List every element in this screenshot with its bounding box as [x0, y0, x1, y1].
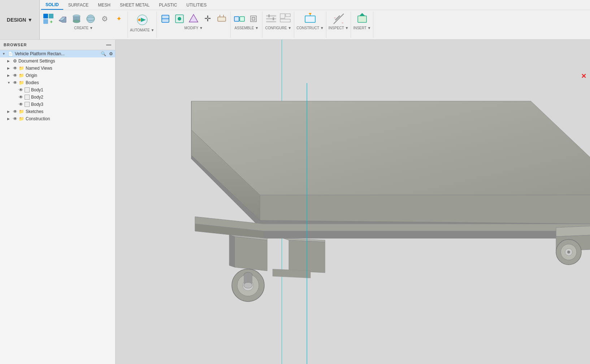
browser-item-body2[interactable]: 👁 Body2 — [0, 94, 115, 101]
browser-panel: BROWSER — ▼ 📄 Vehicle Platform Rectan...… — [0, 40, 116, 364]
create-new-icon[interactable]: + — [42, 12, 55, 25]
browser-collapse-button[interactable]: — — [106, 42, 112, 48]
browser-item-construction[interactable]: ▶ 👁 📁 Construction — [0, 115, 115, 122]
inspect-label[interactable]: INSPECT ▼ — [329, 26, 349, 30]
tab-surface[interactable]: SURFACE — [64, 0, 93, 10]
browser-item-origin[interactable]: ▶ 👁 📁 Origin — [0, 72, 115, 79]
eye-icon: 👁 — [13, 109, 17, 114]
tab-mesh[interactable]: MESH — [94, 0, 115, 10]
viewport[interactable]: ✕ — [116, 40, 590, 364]
body-icon — [25, 102, 30, 107]
browser-item-sketches[interactable]: ▶ 👁 📁 Sketches — [0, 108, 115, 115]
tab-solid[interactable]: SOLID — [41, 0, 63, 10]
assemble-icon2[interactable] — [247, 12, 260, 25]
body2-label: Body2 — [31, 95, 43, 100]
browser-item-named-views[interactable]: ▶ 👁 📁 Named Views — [0, 65, 115, 72]
create-star-icon[interactable]: ✦ — [112, 12, 125, 25]
sketches-label: Sketches — [26, 109, 43, 114]
svg-rect-23 — [240, 17, 244, 21]
browser-title: BROWSER — [4, 43, 27, 47]
svg-rect-26 — [266, 21, 276, 22]
file-icon: 📄 — [8, 51, 13, 56]
automate-label[interactable]: AUTOMATE ▼ — [130, 28, 154, 32]
svg-point-66 — [244, 282, 252, 288]
folder-icon: 📁 — [19, 66, 24, 71]
configure-label[interactable]: CONFIGURE ▼ — [265, 26, 291, 30]
gear-icon: ⚙ — [13, 58, 17, 64]
create-cylinder-icon[interactable] — [70, 12, 83, 25]
svg-rect-24 — [266, 15, 276, 17]
svg-point-9 — [87, 15, 95, 23]
insert-label[interactable]: INSERT ▼ — [353, 26, 371, 30]
search-icon[interactable]: 🔍 — [101, 51, 106, 56]
group-assemble: ASSEMBLE ▼ — [231, 12, 263, 38]
browser-item-body3[interactable]: 👁 Body3 — [0, 101, 115, 108]
svg-text:+: + — [50, 19, 53, 25]
svg-marker-54 — [556, 226, 590, 237]
body1-label: Body1 — [31, 87, 43, 92]
configure-icons — [265, 12, 292, 25]
create-label[interactable]: CREATE ▼ — [74, 26, 93, 30]
construct-icons — [304, 12, 317, 25]
assemble-label[interactable]: ASSEMBLE ▼ — [235, 26, 259, 30]
construct-icon1[interactable] — [304, 12, 317, 25]
settings-icon[interactable]: ⚙ — [109, 51, 113, 56]
body-icon — [25, 95, 30, 100]
svg-marker-48 — [264, 231, 590, 238]
modify-label[interactable]: MODIFY ▼ — [185, 26, 203, 30]
create-gear-icon[interactable]: ⚙ — [98, 12, 111, 25]
browser-item-body1[interactable]: 👁 Body1 — [0, 86, 115, 94]
configure-icon1[interactable] — [265, 12, 278, 25]
modify-icon5[interactable] — [215, 12, 228, 25]
create-box-icon[interactable] — [56, 12, 69, 25]
svg-marker-51 — [229, 235, 235, 267]
body-icon — [25, 87, 30, 92]
modify-icons: ✛ — [159, 12, 228, 25]
svg-marker-18 — [189, 14, 198, 22]
eye-icon: 👁 — [19, 87, 23, 92]
tab-sheet-metal[interactable]: SHEET METAL — [116, 0, 154, 10]
configure-icon2[interactable] — [279, 12, 292, 25]
assemble-icon1[interactable] — [233, 12, 246, 25]
toolbar: DESIGN ▼ SOLID SURFACE MESH SHEET METAL … — [0, 0, 590, 40]
svg-text:←: ← — [334, 16, 337, 20]
modify-icon3[interactable] — [187, 12, 200, 25]
svg-point-13 — [138, 19, 140, 21]
browser-header: BROWSER — — [0, 40, 115, 50]
automate-icon[interactable] — [135, 12, 150, 27]
svg-rect-2 — [43, 19, 48, 24]
tab-row: SOLID SURFACE MESH SHEET METAL PLASTIC U… — [40, 0, 590, 10]
automate-icons — [135, 12, 150, 27]
insert-icon1[interactable] — [356, 12, 369, 25]
browser-item-root[interactable]: ▼ 📄 Vehicle Platform Rectan... 🔍 ⚙ — [0, 50, 115, 57]
toolbar-groups: + ⚙ ✦ CREATE ▼ — [40, 10, 590, 39]
tab-plastic[interactable]: PLASTIC — [155, 0, 181, 10]
tab-utilities[interactable]: UTILITIES — [182, 0, 211, 10]
chevron-right-icon: ▶ — [7, 117, 12, 121]
svg-marker-43 — [260, 195, 590, 224]
group-insert: INSERT ▼ — [351, 12, 373, 38]
group-create: + ⚙ ✦ CREATE ▼ — [40, 12, 128, 38]
svg-text:→: → — [341, 21, 344, 25]
inspect-icon1[interactable]: ←→ — [332, 12, 345, 25]
eye-icon: 👁 — [19, 102, 23, 107]
design-dropdown-button[interactable]: DESIGN ▼ — [0, 0, 40, 39]
browser-item-bodies[interactable]: ▼ 👁 📁 Bodies — [0, 79, 115, 86]
root-item-label: Vehicle Platform Rectan... — [15, 51, 65, 56]
browser-item-doc-settings[interactable]: ▶ ⚙ Document Settings — [0, 57, 115, 65]
svg-rect-39 — [358, 16, 366, 22]
modify-icon1[interactable] — [159, 12, 172, 25]
create-icons: + ⚙ ✦ — [42, 12, 125, 25]
origin-label: Origin — [26, 73, 37, 78]
create-sphere-icon[interactable] — [84, 12, 97, 25]
svg-marker-40 — [359, 13, 365, 16]
modify-move-icon[interactable]: ✛ — [201, 12, 214, 25]
chevron-down-icon: ▼ — [2, 52, 6, 56]
svg-rect-32 — [305, 16, 315, 22]
modify-icon2[interactable] — [173, 12, 186, 25]
doc-settings-label: Document Settings — [18, 58, 55, 64]
assemble-icons — [233, 12, 260, 25]
svg-marker-41 — [191, 101, 590, 195]
named-views-label: Named Views — [26, 66, 52, 71]
construct-label[interactable]: CONSTRUCT ▼ — [296, 26, 324, 30]
